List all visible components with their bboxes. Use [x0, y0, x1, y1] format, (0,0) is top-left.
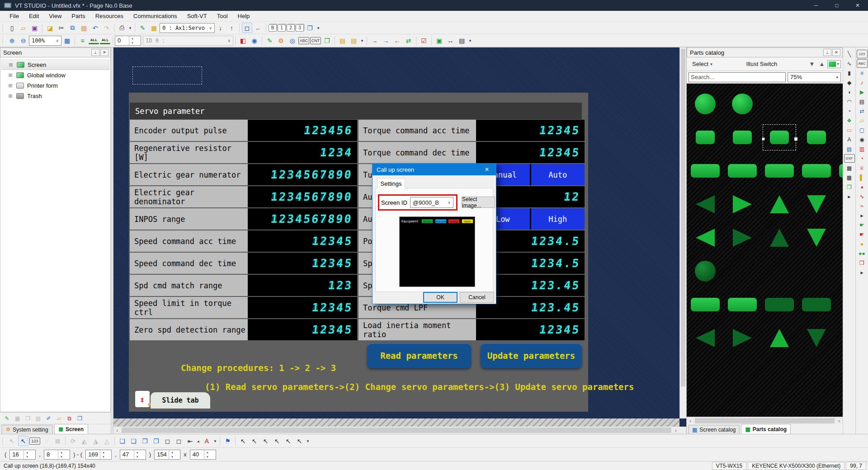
dialog-titlebar[interactable]: Call up screen ✕ [373, 164, 496, 175]
spinner-arrows[interactable]: ▲ ▼ [169, 450, 175, 459]
edit-tool-icon[interactable] [235, 437, 236, 446]
spinner-arrows[interactable]: ▲ ▼ [100, 450, 107, 459]
toolbar-icon[interactable]: ⚙ [276, 35, 286, 46]
toolbar-icon[interactable] [42, 24, 42, 33]
edit-tool-icon[interactable]: △ [102, 436, 112, 446]
toolbar-icon[interactable]: B [269, 24, 277, 32]
menu-item[interactable]: Edit [24, 11, 44, 21]
toolbar-icon[interactable]: ▦ [149, 23, 159, 33]
menu-item[interactable]: Communications [128, 11, 182, 21]
part-item[interactable] [835, 321, 843, 355]
zoom-icon[interactable]: ⊕ [7, 35, 17, 46]
tree-item[interactable]: ⊞ Trash [1, 91, 109, 101]
expander-icon[interactable]: ⊞ [8, 93, 13, 99]
part-item[interactable] [761, 288, 798, 321]
zoom-level-combo[interactable]: 100% ∨ [29, 36, 61, 46]
spinner-arrows[interactable]: ▲ ▼ [129, 36, 136, 45]
part-item[interactable] [798, 121, 835, 154]
edit-tool-icon[interactable]: ❏ [128, 436, 139, 446]
menu-item[interactable]: File [5, 11, 24, 21]
spin-down-icon[interactable]: ▼ [58, 455, 65, 459]
edit-tool-icon[interactable]: 123 [29, 437, 40, 445]
draw-tool-icon[interactable]: ▦ [844, 164, 854, 172]
part-item[interactable] [761, 87, 798, 121]
page-tool-icon[interactable]: ▱ [54, 414, 64, 423]
settings-tab[interactable]: Settings [377, 178, 405, 188]
part-item[interactable] [761, 221, 798, 254]
spin-up-icon[interactable]: ▲ [58, 450, 65, 455]
selection-marquee[interactable] [132, 66, 202, 85]
part-item[interactable] [761, 321, 798, 355]
edit-tool-icon[interactable] [114, 437, 115, 446]
parts-zoom-combo[interactable]: 75% ▾ [788, 72, 841, 82]
tree-item[interactable]: ⊞ Printer form [1, 80, 109, 91]
part-item[interactable] [761, 121, 798, 154]
part-tool-icon[interactable]: ▌ [857, 173, 867, 182]
part-item[interactable] [761, 254, 798, 288]
toolbar-icon[interactable]: ▾ [316, 23, 321, 33]
expander-icon[interactable]: ⊞ [8, 72, 13, 78]
toolbar-icon[interactable] [416, 36, 416, 45]
edit-tool-icon[interactable]: ↖ [272, 436, 282, 446]
toolbar-icon[interactable]: ▾ [360, 35, 364, 46]
toggle-button[interactable]: High [531, 208, 585, 230]
toolbar-icon[interactable]: ALL [89, 37, 99, 44]
close-button[interactable]: ✕ [847, 0, 868, 11]
toolbar-icon[interactable]: ↓ [215, 23, 226, 33]
draw-tool-icon[interactable]: ▩ [844, 173, 854, 182]
select-image-button[interactable]: Select image... [462, 197, 495, 208]
param-value[interactable]: 88888888881234567890 [248, 164, 357, 185]
move-down-icon[interactable]: ▼ [807, 60, 816, 69]
spin-down-icon[interactable]: ▼ [129, 41, 136, 45]
spinner-arrows[interactable]: ▲ ▼ [134, 450, 141, 459]
state-spinner[interactable]: 0 ▲ ▼ [115, 36, 141, 46]
vscroll-thumb[interactable] [681, 49, 685, 386]
update-parameters-button[interactable]: Update parameters [481, 343, 582, 368]
coordinate-spinner[interactable]: 154 ▲ ▼ [154, 450, 180, 460]
scroll-right-icon[interactable]: › [672, 428, 679, 433]
canvas-vscrollbar[interactable] [679, 47, 686, 418]
toolbar-icon[interactable]: ← [253, 23, 264, 33]
edit-tool-icon[interactable]: ◻ [162, 436, 173, 446]
toolbar-icon[interactable] [367, 36, 367, 45]
part-tool-icon[interactable]: ⇄ [857, 107, 867, 115]
draw-tool-icon[interactable]: ◖ [844, 88, 854, 96]
part-item[interactable] [798, 221, 835, 254]
part-item[interactable] [687, 288, 724, 321]
dialog-close-icon[interactable]: ✕ [478, 164, 496, 175]
edit-tool-icon[interactable]: ↖ [260, 436, 271, 446]
servo-screen[interactable]: Servo parameter Encoder output pulse 888… [129, 93, 588, 412]
edit-tool-icon[interactable]: ⟳ [68, 436, 78, 446]
edit-tool-icon[interactable]: ↖ [238, 436, 248, 446]
part-item[interactable] [835, 254, 843, 288]
page-tool-icon[interactable]: ▤ [33, 414, 43, 423]
part-item[interactable] [835, 288, 843, 321]
part-item[interactable] [798, 188, 835, 221]
tree-item[interactable]: ⊞ Global window [1, 70, 109, 80]
part-tool-icon[interactable]: ◕ [857, 183, 867, 191]
axis-combo[interactable]: 0 : Ax1:Servo ∨ [160, 23, 215, 33]
toolbar-icon[interactable]: ALL [100, 37, 110, 44]
slide-tab-icon[interactable]: ↕ ☛ [135, 391, 150, 407]
part-tool-icon[interactable]: ≡ [857, 69, 867, 77]
part-item[interactable] [835, 121, 843, 154]
toolbar-icon[interactable] [114, 24, 114, 33]
part-item[interactable] [798, 321, 835, 355]
draw-tool-icon[interactable]: ❐ [844, 183, 854, 191]
part-item[interactable] [835, 188, 843, 221]
edit-tool-icon[interactable]: A [202, 436, 212, 446]
toolbar-icon[interactable]: ▤ [457, 35, 467, 46]
toolbar-icon[interactable]: ✂ [56, 23, 66, 33]
spin-up-icon[interactable]: ▲ [24, 450, 30, 455]
edit-tool-icon[interactable] [220, 437, 220, 446]
param-value[interactable]: 8888812345 [476, 319, 585, 340]
menu-item[interactable]: Parts [66, 11, 90, 21]
page-tool-icon[interactable]: ❐ [75, 414, 85, 423]
toolbar-icon[interactable] [262, 36, 262, 45]
catalog-tab[interactable]: ▦ Parts catalog [741, 424, 791, 434]
toolbar-icon[interactable]: ▣ [29, 23, 40, 33]
toolbar-icon[interactable]: ❐ [305, 23, 315, 33]
part-tool-icon[interactable]: ☛ [857, 221, 867, 229]
part-item[interactable] [687, 254, 724, 288]
coordinate-spinner[interactable]: 8 ▲ ▼ [44, 450, 70, 460]
